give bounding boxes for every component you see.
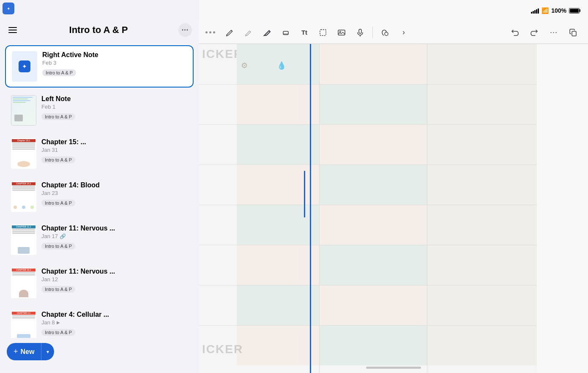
undo-icon <box>510 28 520 37</box>
note-date-ch15: Jan 31 <box>41 147 188 153</box>
chevron-down-icon: ▾ <box>46 349 49 355</box>
note-date-ch14: Jan 23 <box>41 190 188 196</box>
home-indicator <box>366 367 421 369</box>
editor-rows <box>199 44 588 373</box>
more-tools-button[interactable]: › <box>396 25 412 41</box>
header: Intro to A & P ··· <box>0 0 199 42</box>
note-content-ch15: Chapter 15: ... Jan 31 Intro to A & P <box>41 138 188 163</box>
light-pencil-tool-button[interactable] <box>241 25 257 41</box>
wifi-icon: 📶 <box>542 7 549 14</box>
options-dots-icon: ··· <box>550 28 558 37</box>
svg-point-3 <box>340 31 341 32</box>
svg-rect-2 <box>338 30 345 35</box>
microphone-tool-button[interactable] <box>352 25 368 41</box>
image-tool-button[interactable] <box>334 25 350 41</box>
toolbar-drag-handle <box>205 31 215 33</box>
hamburger-line-1 <box>8 27 17 28</box>
note-content-ch4a: Chapter 4: Cellular ... Jan 8 ▶ Intro to… <box>41 311 188 336</box>
bottom-bar: + New ▾ <box>0 338 199 373</box>
row-divider-3 <box>199 165 588 165</box>
note-item-ch14[interactable]: CHAPTER 14.1 <box>5 176 194 217</box>
light-pencil-icon <box>244 28 253 37</box>
eraser-icon <box>281 28 290 37</box>
note-tag-ch11a: Intro to A & P <box>41 243 75 250</box>
hamburger-line-2 <box>8 30 17 30</box>
lasso-tool-button[interactable] <box>315 25 331 41</box>
hamburger-button[interactable] <box>7 25 19 35</box>
redo-button[interactable] <box>526 25 542 41</box>
note-item-ch11a[interactable]: CHAPTER 11.1 Chapte <box>5 219 194 260</box>
note-editor[interactable]: ICKER <box>199 44 588 373</box>
note-title-ch14: Chapter 14: Blood <box>41 181 188 189</box>
toolbar-divider <box>372 27 373 38</box>
copy-button[interactable] <box>565 25 581 41</box>
dumbbell-icon: ⚙ <box>241 61 248 70</box>
play-icon-ch4a: ▶ <box>57 320 60 325</box>
note-thumbnail-active: ✦ <box>12 51 37 82</box>
new-button[interactable]: + New <box>7 343 41 360</box>
header-menu-button[interactable]: ··· <box>178 23 192 37</box>
note-item-ch11b[interactable]: CHAPTER 10.1 Chapter 11: Nervous . <box>5 263 194 303</box>
device-frame: Intro to A & P ··· ✦ Right Active Note F… <box>0 0 588 373</box>
note-title-active: Right Active Note <box>42 51 187 59</box>
eraser-tool-button[interactable] <box>278 25 294 41</box>
toolbar-right: ··· <box>507 25 581 41</box>
options-button[interactable]: ··· <box>546 25 562 41</box>
notes-list[interactable]: ✦ Right Active Note Feb 3 Intro to A & P <box>0 42 199 338</box>
row-divider-6 <box>199 285 588 285</box>
row-divider-1 <box>199 84 588 85</box>
svg-rect-1 <box>320 30 326 36</box>
row-divider-7 <box>199 325 588 326</box>
note-tag-ch14: Intro to A & P <box>41 200 75 206</box>
battery-icon <box>569 8 580 14</box>
note-date-ch11a: Jan 17 🔗 <box>41 233 188 239</box>
chevron-right-icon: › <box>402 28 405 37</box>
image-icon <box>337 28 346 37</box>
header-title: Intro to A & P <box>69 25 128 36</box>
note-content-ch11a: Chapter 11: Nervous ... Jan 17 🔗 Intro t… <box>41 225 188 250</box>
plus-icon: + <box>14 347 18 356</box>
note-date-left: Feb 1 <box>41 104 188 110</box>
right-white-area[interactable] <box>537 44 588 373</box>
lasso-icon <box>318 28 328 37</box>
note-item-active[interactable]: ✦ Right Active Note Feb 3 Intro to A & P <box>5 45 194 88</box>
row-divider-2 <box>199 124 588 125</box>
text-tool-icon: Tt <box>301 29 307 36</box>
note-thumbnail-ch4a: CHAPTER 4.1 <box>11 311 36 338</box>
svg-rect-0 <box>283 31 288 35</box>
toolbar-left: Tt <box>222 25 505 41</box>
note-item-ch4a[interactable]: CHAPTER 4.1 Chapter 4: Cellular .. <box>5 306 194 338</box>
pen-icon <box>263 28 272 37</box>
signal-bars <box>531 8 539 14</box>
note-content-left: Left Note Feb 1 Intro to A & P <box>41 95 188 120</box>
droplet-icon: 💧 <box>277 61 286 70</box>
hamburger-line-3 <box>8 32 17 33</box>
status-icons: 📶 100% <box>531 7 580 14</box>
note-date-ch4a: Jan 8 ▶ <box>41 319 188 326</box>
note-thumbnail-ch11b: CHAPTER 10.1 <box>11 268 36 298</box>
note-date-ch11b: Jan 12 <box>41 276 188 282</box>
note-title-ch11a: Chapter 11: Nervous ... <box>41 225 188 232</box>
pencil-tool-button[interactable] <box>222 25 238 41</box>
note-title-left: Left Note <box>41 95 188 103</box>
microphone-icon <box>356 28 365 37</box>
note-content-ch11b: Chapter 11: Nervous ... Jan 12 Intro to … <box>41 268 188 293</box>
note-tag-ch15: Intro to A & P <box>41 156 75 163</box>
note-item-left[interactable]: ✦ Left Note Feb 1 Intro to A & P <box>5 90 194 131</box>
paint-tool-button[interactable] <box>377 25 393 41</box>
new-dropdown-button[interactable]: ▾ <box>41 343 54 360</box>
pen-tool-button[interactable] <box>259 25 275 41</box>
toolbar: Tt <box>199 21 588 44</box>
note-thumbnail-ch14: CHAPTER 14.1 <box>11 181 36 212</box>
note-content-active: Right Active Note Feb 3 Intro to A & P <box>42 51 187 76</box>
paint-icon <box>380 28 390 37</box>
note-tag-left: Intro to A & P <box>41 113 75 120</box>
note-thumbnail-ch15: Chapter 15.1 <box>11 138 36 169</box>
blue-vertical-line <box>310 44 311 373</box>
svg-rect-6 <box>572 31 576 36</box>
battery-percent: 100% <box>551 7 566 14</box>
note-item-ch15[interactable]: Chapter 15.1 <box>5 133 194 174</box>
svg-rect-4 <box>359 29 361 33</box>
undo-button[interactable] <box>507 25 523 41</box>
text-tool-button[interactable]: Tt <box>296 25 312 41</box>
